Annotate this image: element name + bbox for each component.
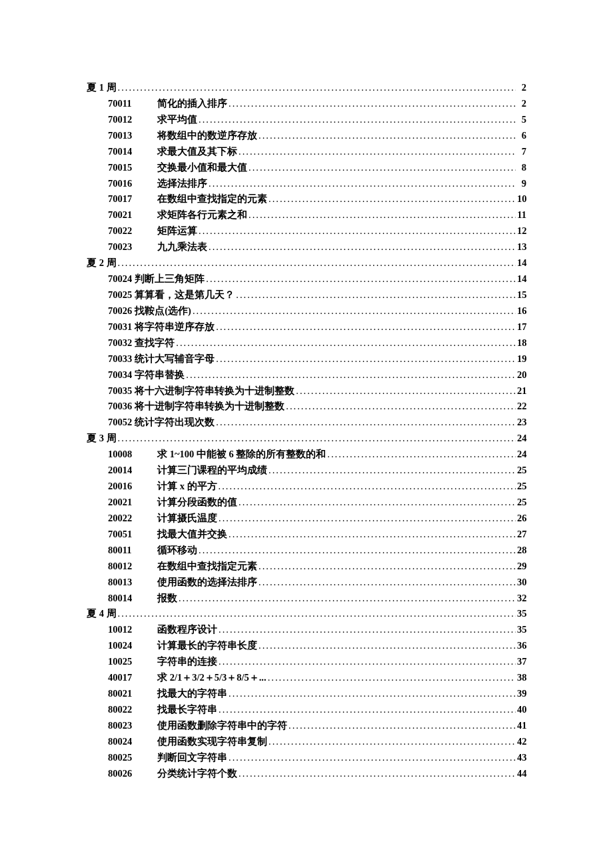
leader-dots — [199, 543, 516, 559]
leader-dots — [239, 144, 516, 160]
entry-title: 九九乘法表 — [157, 239, 207, 255]
page-number: 15 — [517, 287, 526, 303]
toc-section-header[interactable]: 夏 2 周14 — [87, 255, 526, 271]
leader-dots — [236, 287, 516, 303]
entry-code: 70033 — [108, 351, 132, 367]
toc-entry[interactable]: 70023九九乘法表13 — [87, 239, 526, 255]
section-title: 夏 2 周 — [87, 255, 117, 271]
toc-entry[interactable]: 70021求矩阵各行元素之和11 — [87, 207, 526, 223]
toc-section-header[interactable]: 夏 1 周2 — [87, 80, 526, 96]
toc-entry[interactable]: 80013使用函数的选择法排序30 — [87, 575, 526, 591]
toc-entry[interactable]: 70022矩阵运算12 — [87, 223, 526, 239]
leader-dots — [216, 319, 516, 335]
toc-entry[interactable]: 70036将十进制字符串转换为十进制整数22 — [87, 399, 526, 415]
toc-entry[interactable]: 80022找最长字符串40 — [87, 702, 526, 718]
page-number: 37 — [517, 654, 526, 670]
toc-entry[interactable]: 20021计算分段函数的值25 — [87, 495, 526, 511]
toc-entry[interactable]: 80024使用函数实现字符串复制42 — [87, 734, 526, 750]
toc-entry[interactable]: 80023使用函数删除字符串中的字符41 — [87, 718, 526, 734]
toc-entry[interactable]: 20022计算摄氏温度26 — [87, 511, 526, 527]
leader-dots — [219, 479, 516, 495]
page-number: 39 — [517, 686, 526, 702]
entry-code: 10012 — [108, 622, 145, 638]
page-number: 32 — [517, 591, 526, 607]
entry-title: 将十六进制字符串转换为十进制整数 — [135, 383, 295, 399]
leader-dots — [193, 303, 516, 319]
toc-entry[interactable]: 80012在数组中查找指定元素29 — [87, 559, 526, 575]
toc-entry[interactable]: 10024计算最长的字符串长度36 — [87, 638, 526, 654]
page-number: 25 — [517, 495, 526, 511]
page-number: 23 — [517, 415, 526, 431]
toc-entry[interactable]: 10008求 1~100 中能被 6 整除的所有整数的和24 — [87, 447, 526, 463]
leader-dots — [259, 575, 516, 591]
entry-title: 求最大值及其下标 — [157, 144, 237, 160]
toc-entry[interactable]: 70011简化的插入排序2 — [87, 96, 526, 112]
toc-entry[interactable]: 70014求最大值及其下标7 — [87, 144, 526, 160]
toc-entry[interactable]: 10012函数程序设计35 — [87, 622, 526, 638]
entry-code: 70036 — [108, 399, 132, 415]
entry-code: 70052 — [108, 415, 132, 431]
leader-dots — [259, 128, 516, 144]
entry-title: 计算三门课程的平均成绩 — [157, 463, 267, 479]
entry-title: 报数 — [157, 591, 177, 607]
toc-entry[interactable]: 20014计算三门课程的平均成绩25 — [87, 463, 526, 479]
toc-entry[interactable]: 70034字符串替换20 — [87, 367, 526, 383]
page-number: 25 — [517, 463, 526, 479]
entry-code: 80021 — [108, 686, 145, 702]
page-number: 42 — [517, 734, 526, 750]
page-number: 44 — [517, 766, 526, 782]
toc-entry[interactable]: 70015交换最小值和最大值8 — [87, 160, 526, 176]
entry-title: 在数组中查找指定的元素 — [157, 191, 267, 207]
toc-entry[interactable]: 80021找最大的字符串39 — [87, 686, 526, 702]
toc-entry[interactable]: 70026找鞍点(选作)16 — [87, 303, 526, 319]
toc-entry[interactable]: 70024判断上三角矩阵14 — [87, 271, 526, 287]
toc-entry[interactable]: 80014报数32 — [87, 591, 526, 607]
leader-dots — [229, 527, 516, 543]
leader-dots — [118, 606, 516, 622]
toc-entry[interactable]: 80011循环移动28 — [87, 543, 526, 559]
toc-entry[interactable]: 20016计算 x 的平方25 — [87, 479, 526, 495]
page-number: 7 — [517, 144, 526, 160]
page-number: 10 — [517, 191, 526, 207]
entry-code: 20022 — [108, 511, 145, 527]
entry-title: 求平均值 — [157, 112, 197, 128]
page-number: 8 — [517, 160, 526, 176]
leader-dots — [327, 447, 516, 463]
toc-entry[interactable]: 70033统计大写辅音字母19 — [87, 351, 526, 367]
toc-entry[interactable]: 70012求平均值5 — [87, 112, 526, 128]
entry-code: 70035 — [108, 383, 132, 399]
toc-entry[interactable]: 40017求 2/1＋3/2＋5/3＋8/5＋...38 — [87, 670, 526, 686]
toc-entry[interactable]: 70016选择法排序9 — [87, 176, 526, 192]
toc-entry[interactable]: 70035将十六进制字符串转换为十进制整数21 — [87, 383, 526, 399]
entry-code: 70026 — [108, 303, 132, 319]
entry-title: 分类统计字符个数 — [157, 766, 237, 782]
page-number: 28 — [517, 543, 526, 559]
entry-title: 将数组中的数逆序存放 — [157, 128, 257, 144]
toc-entry[interactable]: 80025判断回文字符串43 — [87, 750, 526, 766]
toc-entry[interactable]: 70032查找字符18 — [87, 335, 526, 351]
toc-entry[interactable]: 70051找最大值并交换27 — [87, 527, 526, 543]
page-number: 9 — [517, 176, 526, 192]
toc-entry[interactable]: 70013将数组中的数逆序存放6 — [87, 128, 526, 144]
leader-dots — [216, 415, 516, 431]
toc-entry[interactable]: 80026分类统计字符个数44 — [87, 766, 526, 782]
toc-entry[interactable]: 70025算算看，这是第几天？15 — [87, 287, 526, 303]
entry-code: 70011 — [108, 96, 145, 112]
toc-entry[interactable]: 10025字符串的连接37 — [87, 654, 526, 670]
page-number: 13 — [517, 239, 526, 255]
leader-dots — [259, 559, 516, 575]
leader-dots — [118, 80, 516, 96]
page-number: 22 — [517, 399, 526, 415]
toc-entry[interactable]: 70017在数组中查找指定的元素10 — [87, 191, 526, 207]
entry-code: 70017 — [108, 191, 145, 207]
toc-entry[interactable]: 70031将字符串逆序存放17 — [87, 319, 526, 335]
toc-section-header[interactable]: 夏 4 周35 — [87, 606, 526, 622]
page-number: 2 — [517, 96, 526, 112]
toc-section-header[interactable]: 夏 3 周24 — [87, 431, 526, 447]
leader-dots — [269, 191, 516, 207]
leader-dots — [219, 511, 516, 527]
page-number: 14 — [517, 271, 526, 287]
page-number: 38 — [517, 670, 526, 686]
toc-entry[interactable]: 70052统计字符出现次数23 — [87, 415, 526, 431]
leader-dots — [296, 383, 516, 399]
